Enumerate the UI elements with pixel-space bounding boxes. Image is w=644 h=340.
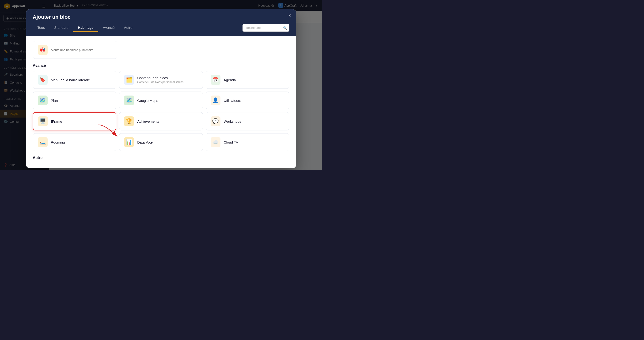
block-card-google-maps[interactable]: 🗺️ Google Maps <box>119 92 203 109</box>
avance-blocks-grid: 🔖 Menu de la barre latérale 🗂️ Conteneur… <box>33 71 290 151</box>
banner-preview-card[interactable]: 🎯 Ajoute une bannière publicitaire <box>33 41 117 59</box>
autre-section: Autre <box>33 156 290 160</box>
cloud-tv-title: Cloud TV <box>224 140 238 144</box>
rooming-content: Rooming <box>51 140 65 144</box>
modal-overlay[interactable]: Ajouter un bloc × Tous Standard Habillag… <box>0 0 322 170</box>
search-input[interactable] <box>242 24 290 32</box>
tab-habillage[interactable]: Habillage <box>73 24 98 32</box>
achievements-icon: 🏆 <box>126 118 132 124</box>
utilisateurs-content: Utilisateurs <box>224 99 241 103</box>
rooming-icon: 🛏️ <box>40 139 46 145</box>
achievements-content: Achievements <box>137 119 159 123</box>
modal-body: 🎯 Ajoute une bannière publicitaire Avanc… <box>26 36 296 168</box>
workshops-block-title: Workshops <box>224 119 241 123</box>
block-card-conteneur-blocs[interactable]: 🗂️ Conteneur de blocs Conteneur de blocs… <box>119 71 203 89</box>
utilisateurs-title: Utilisateurs <box>224 99 241 103</box>
avance-section-title: Avancé <box>33 63 290 68</box>
modal-search[interactable]: 🔍 <box>242 24 290 32</box>
banner-icon-box: 🎯 <box>38 45 48 55</box>
cloud-tv-icon: ☁️ <box>212 139 218 145</box>
conteneur-blocs-content: Conteneur de blocs Conteneur de blocs pe… <box>137 76 184 84</box>
google-maps-icon-box: 🗺️ <box>124 96 134 105</box>
modal-title: Ajouter un bloc <box>33 14 70 20</box>
workshops-block-icon-box: 💬 <box>210 116 220 126</box>
workshops-block-icon: 💬 <box>212 118 218 124</box>
plan-icon: 🗺️ <box>40 97 46 104</box>
menu-barre-laterale-icon-box: 🔖 <box>38 75 48 85</box>
conteneur-blocs-icon: 🗂️ <box>126 77 132 83</box>
conteneur-blocs-icon-box: 🗂️ <box>124 75 134 85</box>
tab-standard[interactable]: Standard <box>50 24 73 32</box>
rooming-icon-box: 🛏️ <box>38 137 48 147</box>
tab-autre[interactable]: Autre <box>119 24 137 32</box>
block-card-achievements[interactable]: 🏆 Achievements <box>119 112 203 130</box>
block-card-rooming[interactable]: 🛏️ Rooming <box>33 133 116 151</box>
block-card-plan[interactable]: 🗺️ Plan <box>33 92 116 109</box>
utilisateurs-icon: 👤 <box>212 97 218 104</box>
banner-icon: 🎯 <box>40 47 46 53</box>
google-maps-icon: 🗺️ <box>126 97 132 104</box>
conteneur-blocs-desc: Conteneur de blocs personnalisables <box>137 81 184 84</box>
modal-add-block: Ajouter un bloc × Tous Standard Habillag… <box>26 9 296 168</box>
cloud-tv-icon-box: ☁️ <box>210 137 220 147</box>
agenda-icon-box: 📅 <box>210 75 220 85</box>
block-card-workshops[interactable]: 💬 Workshops <box>206 112 290 130</box>
conteneur-blocs-title: Conteneur de blocs <box>137 76 184 80</box>
google-maps-title: Google Maps <box>137 99 158 103</box>
iframe-icon-box: 🖥️ <box>38 116 48 126</box>
plan-title: Plan <box>51 99 58 103</box>
block-card-data-vote[interactable]: 📊 Data Vote <box>119 133 203 151</box>
agenda-icon: 📅 <box>212 77 218 83</box>
utilisateurs-icon-box: 👤 <box>210 96 220 105</box>
menu-barre-laterale-title: Menu de la barre latérale <box>51 78 90 82</box>
iframe-icon: 🖥️ <box>40 118 46 124</box>
tab-tous[interactable]: Tous <box>33 24 50 32</box>
rooming-title: Rooming <box>51 140 65 144</box>
achievements-icon-box: 🏆 <box>124 116 134 126</box>
data-vote-content: Data Vote <box>137 140 153 144</box>
data-vote-title: Data Vote <box>137 140 153 144</box>
achievements-title: Achievements <box>137 119 159 123</box>
menu-barre-laterale-content: Menu de la barre latérale <box>51 78 90 82</box>
google-maps-content: Google Maps <box>137 99 158 103</box>
plan-content: Plan <box>51 99 58 103</box>
modal-tabs: Tous Standard Habillage Avancé Autre <box>33 24 137 32</box>
plan-icon-box: 🗺️ <box>38 96 48 105</box>
agenda-content: Agenda <box>224 78 236 82</box>
modal-close-button[interactable]: × <box>288 13 291 18</box>
cloud-tv-content: Cloud TV <box>224 140 238 144</box>
block-card-utilisateurs[interactable]: 👤 Utilisateurs <box>206 92 290 109</box>
tab-avance[interactable]: Avancé <box>98 24 119 32</box>
block-card-cloud-tv[interactable]: ☁️ Cloud TV <box>206 133 290 151</box>
modal-header: Ajouter un bloc × Tous Standard Habillag… <box>26 9 296 36</box>
search-icon: 🔍 <box>283 26 287 30</box>
iframe-title: IFrame <box>51 119 62 123</box>
block-card-agenda[interactable]: 📅 Agenda <box>206 71 290 89</box>
banner-description: Ajoute une bannière publicitaire <box>51 48 94 52</box>
agenda-title: Agenda <box>224 78 236 82</box>
data-vote-icon-box: 📊 <box>124 137 134 147</box>
data-vote-icon: 📊 <box>126 139 132 145</box>
autre-section-title: Autre <box>33 156 290 160</box>
iframe-content: IFrame <box>51 119 62 123</box>
block-card-iframe[interactable]: 🖥️ IFrame <box>33 112 116 130</box>
block-card-menu-barre-laterale[interactable]: 🔖 Menu de la barre latérale <box>33 71 116 89</box>
workshops-block-content: Workshops <box>224 119 241 123</box>
menu-barre-laterale-icon: 🔖 <box>40 77 46 83</box>
